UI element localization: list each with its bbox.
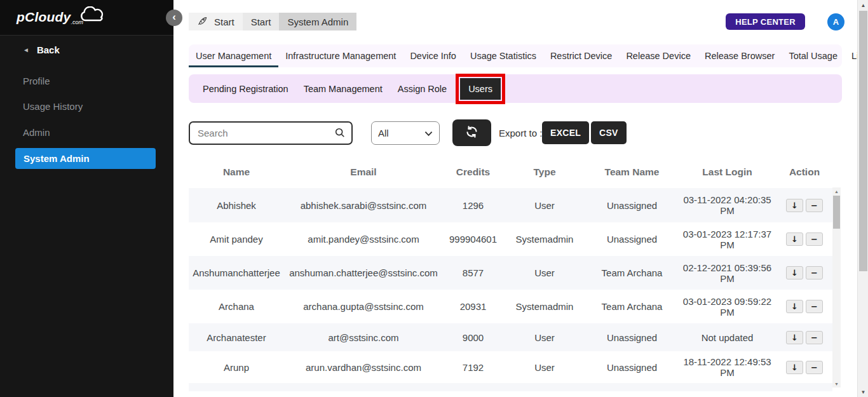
tab-user-management[interactable]: User Management xyxy=(189,44,278,67)
sidebar-collapse-button[interactable]: ‹ xyxy=(166,10,182,26)
table-row: Anshumanchatterjee anshuman.chatterjee@s… xyxy=(189,256,832,290)
remove-user-button[interactable]: − xyxy=(806,232,823,246)
page-scrollbar-thumb[interactable] xyxy=(859,11,867,271)
download-user-button[interactable]: ↓ xyxy=(786,331,803,344)
cell-credits: 1296 xyxy=(443,188,503,222)
breadcrumb-system-admin[interactable]: System Admin xyxy=(279,13,356,30)
column-header-last-login: Last Login xyxy=(678,166,776,178)
download-user-button[interactable]: ↓ xyxy=(786,232,803,246)
cell-credits: 9000 xyxy=(443,323,503,351)
cell-last-login: 03-01-2023 09:59:22 PM xyxy=(678,290,776,323)
export-excel-button[interactable]: EXCEL xyxy=(542,121,589,144)
cell-last-login: 02-12-2021 05:39:56 PM xyxy=(678,256,776,290)
remove-user-button[interactable]: − xyxy=(806,331,823,344)
cell-credits: 999904601 xyxy=(443,222,503,256)
search-input[interactable] xyxy=(189,121,353,145)
cell-last-login: 03-01-2023 12:17:37 PM xyxy=(678,222,776,256)
cell-type: User xyxy=(503,188,586,222)
download-user-button[interactable]: ↓ xyxy=(786,199,803,212)
table-row: Arunp arun.vardhan@sstsinc.com 7192 User… xyxy=(189,351,832,383)
table-header: Name Email Credits Type Team Name Last L… xyxy=(189,166,832,178)
export-csv-button[interactable]: CSV xyxy=(591,121,627,144)
remove-user-button[interactable]: − xyxy=(806,199,823,212)
cell-action: ↓ − xyxy=(776,188,832,222)
cell-action: ↓ − xyxy=(776,351,832,383)
scroll-up-arrow-icon[interactable]: ▲ xyxy=(832,187,841,195)
remove-user-button[interactable]: − xyxy=(806,266,823,279)
cell-type: User xyxy=(503,323,586,351)
subtab-pending-registration[interactable]: Pending Registration xyxy=(195,84,296,94)
cell-last-login: 03-11-2022 04:20:35 PM xyxy=(678,188,776,222)
table-body: Abhishek abhishek.sarabi@sstsinc.com 129… xyxy=(189,188,832,391)
subtab-assign-role[interactable]: Assign Role xyxy=(390,84,454,94)
tab-usage-statistics[interactable]: Usage Statistics xyxy=(463,44,543,67)
table-scrollbar-thumb[interactable] xyxy=(833,196,840,229)
tab-device-info[interactable]: Device Info xyxy=(403,44,463,67)
table-row: Archanatester art@sstsinc.com 9000 User … xyxy=(189,323,832,351)
table-scrollbar[interactable]: ▲ ▼ xyxy=(832,187,841,387)
scroll-up-arrow-icon[interactable]: ▲ xyxy=(858,0,868,10)
cell-email: abhishek.sarabi@sstsinc.com xyxy=(284,188,443,222)
cell-name: Amit pandey xyxy=(189,222,284,256)
scroll-down-arrow-icon[interactable]: ▼ xyxy=(858,387,868,397)
cell-last-login: Not updated xyxy=(678,323,776,351)
filter-dropdown[interactable]: All xyxy=(371,121,440,145)
breadcrumb-start-home[interactable]: Start xyxy=(189,13,243,30)
tab-infrastructure-management[interactable]: Infrastructure Management xyxy=(278,44,403,67)
cell-email: archana.gupta@sstsinc.com xyxy=(284,290,443,323)
subtab-users[interactable]: Users xyxy=(460,78,501,100)
tab-release-browser[interactable]: Release Browser xyxy=(698,44,782,67)
table-row: Amit pandey amit.pandey@sstsinc.com 9999… xyxy=(189,222,832,256)
cloud-icon xyxy=(78,6,105,25)
sidebar-item-system-admin[interactable]: System Admin xyxy=(15,148,156,169)
cell-type: User xyxy=(503,256,586,290)
sidebar-item-profile[interactable]: Profile xyxy=(23,76,50,86)
tab-bar: User Management Infrastructure Managemen… xyxy=(189,44,842,67)
download-user-button[interactable]: ↓ xyxy=(786,361,803,374)
cell-team-name: Unassigned xyxy=(586,351,678,383)
pcloudy-logo[interactable]: pCloudy.com xyxy=(0,0,173,36)
help-center-button[interactable]: HELP CENTER xyxy=(726,13,805,30)
column-header-team-name: Team Name xyxy=(586,166,678,178)
chevron-left-icon: ‹ xyxy=(172,11,176,24)
download-user-button[interactable]: ↓ xyxy=(786,266,803,279)
cell-name: Anshumanchatterjee xyxy=(189,256,284,290)
breadcrumb-label: Start xyxy=(214,17,234,27)
cell-credits: 7192 xyxy=(443,351,503,383)
scroll-down-arrow-icon[interactable]: ▼ xyxy=(832,380,841,387)
refresh-button[interactable] xyxy=(452,119,491,146)
rocket-icon xyxy=(197,15,208,28)
filter-selected-value: All xyxy=(378,128,389,138)
annotation-highlight-box: Users xyxy=(456,74,505,104)
remove-user-button[interactable]: − xyxy=(806,361,823,374)
breadcrumb-start[interactable]: Start xyxy=(243,13,280,30)
table-row: Archana archana.gupta@sstsinc.com 20931 … xyxy=(189,290,832,323)
breadcrumb-label: System Admin xyxy=(287,17,348,27)
download-user-button[interactable]: ↓ xyxy=(786,300,803,313)
remove-user-button[interactable]: − xyxy=(806,300,823,313)
export-to-label: Export to : xyxy=(499,128,542,138)
subtab-bar: Pending Registration Team Management Ass… xyxy=(189,74,842,103)
cell-name: Abhishek xyxy=(189,188,284,222)
subtab-team-management[interactable]: Team Management xyxy=(296,84,390,94)
sidebar: pCloudy.com ◄ Back Profile Usage History… xyxy=(0,0,173,397)
breadcrumb: Start Start System Admin xyxy=(189,13,356,30)
cell-team-name: Unassigned xyxy=(586,222,678,256)
column-header-type: Type xyxy=(503,166,586,178)
page-scrollbar[interactable]: ▲ ▼ xyxy=(857,0,868,397)
column-header-credits: Credits xyxy=(443,166,503,178)
sidebar-item-usage-history[interactable]: Usage History xyxy=(23,101,83,112)
cell-team-name: Team Archana xyxy=(586,290,678,323)
cell-type: User xyxy=(503,351,586,383)
table-row: Abhishek abhishek.sarabi@sstsinc.com 129… xyxy=(189,188,832,222)
cell-name: Archana xyxy=(189,290,284,323)
sidebar-item-admin[interactable]: Admin xyxy=(23,127,50,138)
tab-restrict-device[interactable]: Restrict Device xyxy=(543,44,620,67)
cell-team-name: Team Archana xyxy=(586,256,678,290)
cell-type: Systemadmin xyxy=(503,222,586,256)
user-avatar[interactable]: A xyxy=(827,13,844,30)
tab-release-device[interactable]: Release Device xyxy=(619,44,698,67)
tab-total-usage[interactable]: Total Usage xyxy=(782,44,844,67)
cell-action: ↓ − xyxy=(776,323,832,351)
back-button[interactable]: ◄ Back xyxy=(23,44,60,55)
